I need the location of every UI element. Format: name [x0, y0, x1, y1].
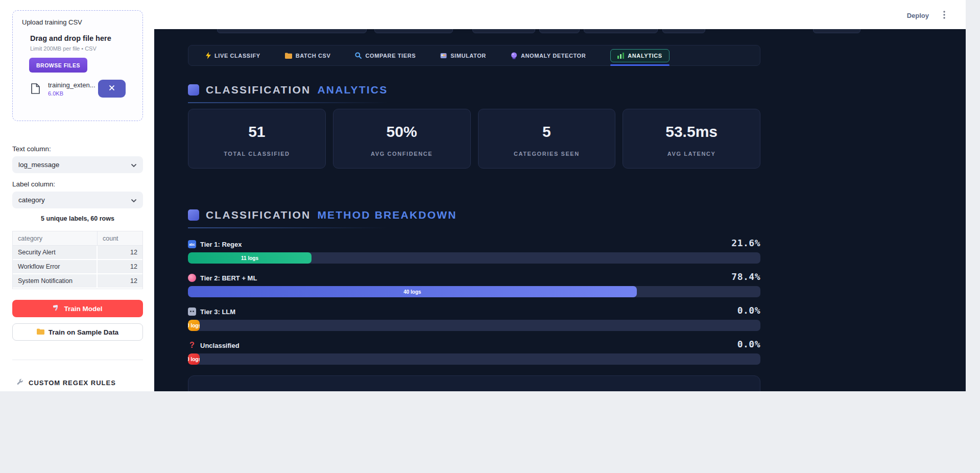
- chevron-down-icon: [131, 196, 137, 205]
- folder-icon: [37, 328, 44, 336]
- tier1-bar-fill: 11 logs: [188, 252, 312, 264]
- lightning-icon: [206, 52, 211, 59]
- train-sample-button[interactable]: Train on Sample Data: [12, 323, 143, 341]
- train-model-button[interactable]: Train Model: [12, 300, 143, 317]
- tier-name: Tier 3: LLM: [200, 308, 235, 316]
- column-header-category: category: [13, 231, 98, 246]
- label-column-value: category: [18, 196, 45, 204]
- tab-simulator[interactable]: SIMULATOR: [440, 52, 486, 59]
- breakdown-row-tier1: Tier 1: Regex 21.6% 11 logs: [188, 238, 760, 264]
- tab-analytics[interactable]: ANALYTICS: [610, 49, 669, 62]
- metric-value: 5: [479, 123, 615, 140]
- tab-label: ANOMALY DETECTOR: [521, 53, 586, 59]
- file-uploader-dropzone[interactable]: Upload training CSV Drag and drop file h…: [12, 10, 143, 121]
- breakdown-row-tier3: Tier 3: LLM 0.0% 0 logs: [188, 305, 760, 331]
- clipped-button: [217, 29, 367, 33]
- folder-icon: [285, 53, 292, 59]
- tier-count-label: 0 logs: [188, 323, 200, 328]
- metric-label: TOTAL CLASSIFIED: [188, 151, 325, 157]
- slot-machine-icon: [440, 52, 447, 59]
- tier-count-label: 0 logs: [188, 357, 200, 362]
- metric-label: AVG LATENCY: [623, 151, 760, 157]
- text-column-value: log_message: [18, 161, 59, 169]
- tab-live-classify[interactable]: LIVE CLASSIFY: [206, 52, 260, 59]
- tab-anomaly-detector[interactable]: ANOMALY DETECTOR: [511, 52, 586, 59]
- tier-percent: 21.6%: [731, 238, 760, 248]
- cell-count: 12: [98, 246, 142, 260]
- magnifier-icon: [355, 52, 362, 59]
- tab-label: BATCH CSV: [296, 53, 331, 59]
- cell-category: Security Alert: [13, 246, 98, 260]
- tier2-bar-track: 40 logs: [188, 286, 760, 297]
- dashboard-panel: LIVE CLASSIFY BATCH CSV COMPARE TIERS SI…: [154, 29, 966, 391]
- tab-compare-tiers[interactable]: COMPARE TIERS: [355, 52, 416, 59]
- heading-underline: [188, 227, 388, 228]
- metric-value: 50%: [333, 123, 470, 140]
- browse-files-button[interactable]: BROWSE FILES: [29, 58, 87, 73]
- analytics-section-heading: CLASSIFICATION ANALYTICS: [188, 84, 388, 96]
- unclassified-bar-track: 0 logs: [188, 353, 760, 365]
- table-header-row: category count: [13, 231, 142, 246]
- clipped-button: [813, 29, 861, 33]
- wrench-icon: [16, 379, 23, 387]
- label-column-select[interactable]: category: [12, 192, 143, 208]
- unclassified-bar-fill: 0 logs: [188, 353, 200, 365]
- abc-icon: [188, 240, 196, 248]
- tab-label: SIMULATOR: [450, 53, 486, 59]
- metric-categories-seen: 5 CATEGORIES SEEN: [478, 109, 616, 169]
- clipped-button: [472, 29, 535, 33]
- metric-label: CATEGORIES SEEN: [479, 151, 615, 157]
- tier2-bar-fill: 40 logs: [188, 286, 637, 297]
- cell-count: 12: [98, 260, 142, 274]
- heading-accent: ANALYTICS: [317, 84, 388, 96]
- next-section-card: [188, 375, 760, 391]
- tier-name: Unclassified: [200, 342, 240, 349]
- tier1-bar-track: 11 logs: [188, 252, 760, 264]
- question-mark-icon: [188, 341, 196, 349]
- uploaded-file-row: training_exten... 6.0KB: [31, 80, 142, 98]
- cell-count: 12: [98, 274, 142, 289]
- robot-icon: [188, 308, 196, 316]
- main-area: Deploy LIVE CLASSIFY BATCH CSV: [154, 0, 966, 391]
- label-counts-table: category count Security Alert 12 Workflo…: [12, 231, 143, 289]
- breakdown-section-heading: CLASSIFICATION METHOD BREAKDOWN: [188, 209, 457, 221]
- method-breakdown: Tier 1: Regex 21.6% 11 logs Tier 2: BERT…: [188, 238, 760, 372]
- metric-cards: 51 TOTAL CLASSIFIED 50% AVG CONFIDENCE 5…: [188, 109, 760, 169]
- hammer-icon: [53, 304, 60, 313]
- label-column-label: Label column:: [12, 180, 55, 188]
- custom-regex-label: CUSTOM REGEX RULES: [29, 379, 116, 387]
- metric-avg-latency: 53.5ms AVG LATENCY: [623, 109, 760, 169]
- tier-name: Tier 2: BERT + ML: [200, 274, 257, 282]
- drop-title: Drag and drop file here: [30, 34, 142, 42]
- document-icon: [31, 83, 40, 94]
- metric-avg-confidence: 50% AVG CONFIDENCE: [333, 109, 471, 169]
- tier3-bar-fill: 0 logs: [188, 320, 200, 331]
- metric-total-classified: 51 TOTAL CLASSIFIED: [188, 109, 326, 169]
- metric-label: AVG CONFIDENCE: [333, 151, 470, 157]
- metric-value: 53.5ms: [623, 123, 760, 140]
- heading-prefix: CLASSIFICATION: [206, 209, 310, 221]
- chevron-down-icon: [131, 160, 137, 170]
- chart-icon: [188, 209, 199, 221]
- overflow-menu-icon[interactable]: [943, 11, 945, 21]
- deploy-button[interactable]: Deploy: [907, 12, 929, 19]
- metric-value: 51: [188, 123, 325, 140]
- cell-category: Workflow Error: [13, 260, 98, 274]
- heading-underline: [188, 102, 388, 103]
- clipped-button: [539, 29, 580, 33]
- close-icon: [109, 85, 115, 92]
- tier-percent: 0.0%: [737, 305, 760, 316]
- drop-hint: Limit 200MB per file • CSV: [30, 45, 142, 52]
- remove-file-button[interactable]: [98, 80, 126, 98]
- tab-batch-csv[interactable]: BATCH CSV: [285, 53, 331, 59]
- text-column-select[interactable]: log_message: [12, 156, 143, 173]
- tier-percent: 78.4%: [731, 271, 760, 282]
- tier-name: Tier 1: Regex: [200, 241, 242, 248]
- file-name: training_exten...: [48, 81, 97, 89]
- clipped-button: [584, 29, 658, 33]
- table-row: System Notification 12: [13, 274, 142, 289]
- tier-percent: 0.0%: [737, 339, 760, 349]
- chart-icon: [188, 84, 199, 96]
- brain-icon: [188, 274, 196, 282]
- app-toolbar: Deploy: [154, 0, 966, 29]
